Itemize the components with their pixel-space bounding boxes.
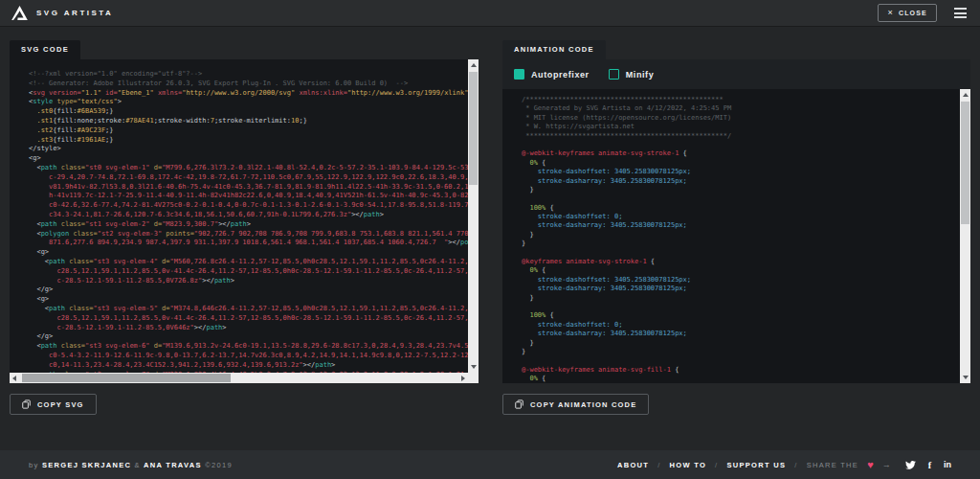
copy-svg-button[interactable]: COPY SVG <box>10 394 97 415</box>
tab-svg-code[interactable]: SVG CODE <box>10 40 80 59</box>
vertical-scrollbar[interactable] <box>468 59 479 373</box>
code-line: } <box>522 294 960 303</box>
share-the-label: SHARE THE <box>807 461 859 469</box>
code-line: <g> <box>29 295 468 305</box>
arrow-icon: → <box>882 460 891 469</box>
close-button[interactable]: × CLOSE <box>878 4 937 22</box>
copy-svg-label: COPY SVG <box>37 400 84 409</box>
code-line: } <box>522 240 960 248</box>
code-line: .st3{fill:#1961AE;} <box>29 136 468 146</box>
code-line: v81.9h41v-82.7l53.8,0.3l21.6-40.6h-75.4v… <box>29 183 468 193</box>
code-line: @-webkit-keyframes animate-svg-stroke-1 … <box>522 149 960 158</box>
code-line: * Generated by SVG Artista on 4/12/2022,… <box>522 104 960 113</box>
copy-animation-code-button[interactable]: COPY ANIMATION CODE <box>502 394 649 415</box>
code-line: 100% { <box>522 204 960 213</box>
code-line <box>522 141 960 149</box>
code-line <box>522 356 960 365</box>
autoprefixer-checkbox[interactable]: Autoprefixer <box>514 69 590 80</box>
code-line: <g> <box>29 154 468 164</box>
top-bar: SVG ARTISTA × CLOSE <box>0 0 980 27</box>
code-line: <style type="text/css"> <box>29 98 468 107</box>
code-line: <path class="st3 svg-elem-4" d="M560,726… <box>29 258 468 267</box>
twitter-icon[interactable] <box>905 461 916 469</box>
code-line <box>522 303 960 311</box>
code-line: </style> <box>29 145 468 154</box>
horizontal-scrollbar[interactable] <box>10 373 468 383</box>
code-line: c-28.5-12.1-59.1-11.2-85.5,0V646z"></pat… <box>29 324 468 333</box>
code-line: @keyframes animate-svg-stroke-1 { <box>522 258 960 266</box>
copy-icon <box>515 399 523 409</box>
link-divider: / <box>657 461 660 469</box>
code-line: .st0{fill:#6BA539;} <box>29 107 468 117</box>
author-link-2[interactable]: ANA TRAVAS <box>144 461 202 469</box>
svg-code-content[interactable]: <!--?xml version="1.0" encoding="utf-8"?… <box>10 59 468 373</box>
link-divider: / <box>794 461 797 469</box>
code-line: 0% { <box>522 266 960 275</box>
close-icon: × <box>887 9 893 17</box>
code-line: stroke-dashoffset: 0; <box>522 213 960 221</box>
code-line: <polygon class="st2 svg-elem-3" points="… <box>29 230 468 240</box>
scroll-down-arrow-icon[interactable] <box>963 376 969 379</box>
credits: by SERGEJ SKRJANEC & ANA TRAVAS ©2019 <box>29 461 233 469</box>
authors-separator: & <box>135 461 141 469</box>
minify-label: Minify <box>626 70 655 80</box>
animation-code-content[interactable]: /***************************************… <box>502 89 960 383</box>
scroll-up-arrow-icon[interactable] <box>471 63 477 67</box>
code-line: * W. https://svgartista.net <box>522 123 960 131</box>
code-line: c34.3-24.1,81.7-26.6,120.7-6.3c34.6,18,5… <box>29 211 468 220</box>
checkbox-icon <box>514 69 524 80</box>
scroll-right-arrow-icon[interactable] <box>461 376 465 381</box>
logo[interactable]: SVG ARTISTA <box>11 6 113 20</box>
link-divider: / <box>715 461 718 469</box>
svg-artista-logo-icon <box>11 6 28 20</box>
scroll-down-arrow-icon[interactable] <box>471 365 477 369</box>
tab-animation-code[interactable]: ANIMATION CODE <box>502 40 606 59</box>
heart-icon: ♥ <box>867 459 874 470</box>
code-line: stroke-dashoffset: 0; <box>522 321 960 330</box>
code-line: </g> <box>29 332 468 342</box>
author-link-1[interactable]: SERGEJ SKRJANEC <box>42 461 131 469</box>
code-line: stroke-dasharray: 3405.25830078125px; <box>522 285 960 293</box>
code-line: 0% { <box>522 159 960 168</box>
linkedin-icon[interactable]: in <box>944 460 951 469</box>
autoprefixer-label: Autoprefixer <box>531 70 590 80</box>
code-line: 871.6,277.6 894.9,234.9 987.4,397.9 931.… <box>29 239 468 248</box>
code-line: <svg version="1.1" id="Ebene_1" xmlns="h… <box>29 89 468 99</box>
code-line: .st2{fill:#A9C23F;} <box>29 126 468 136</box>
copy-animation-code-label: COPY ANIMATION CODE <box>530 400 636 409</box>
code-line: c28.5,12.1,59.1,11.2,85.5,0v-41.4c-26.4,… <box>29 314 468 324</box>
checkbox-icon <box>609 69 619 80</box>
minify-checkbox[interactable]: Minify <box>609 69 655 80</box>
scrollbar-thumb[interactable] <box>22 374 231 382</box>
code-line: <g> <box>29 248 468 258</box>
code-line: c0-42.6,32.6-77.4,74.2-81.4V275c0-0.2-0.… <box>29 201 468 211</box>
code-line: 0% { <box>522 375 960 383</box>
code-line: c28.5,12.1,59.1,11.2,85.5,0v-41.4c-26.4,… <box>29 267 468 277</box>
scrollbar-corner <box>468 373 479 383</box>
code-line: h-41v119.7c-12.1-7-25.9-11.4-40.9-11.4h-… <box>29 192 468 201</box>
code-line: <path class="st3 svg-elem-6" d="M139.6,9… <box>29 342 468 352</box>
code-line: stroke-dashoffset: 3405.25830078125px; <box>522 168 960 176</box>
facebook-icon[interactable]: f <box>928 460 931 470</box>
code-line: c-28.5-12.1-59.1-11.2-85.5,0V726.8z"></p… <box>29 277 468 286</box>
code-line: } <box>522 339 960 348</box>
scroll-left-arrow-icon[interactable] <box>12 376 16 381</box>
code-line: } <box>522 231 960 240</box>
scrollbar-thumb[interactable] <box>961 102 969 224</box>
copy-icon <box>22 399 31 409</box>
code-line: } <box>522 186 960 194</box>
vertical-scrollbar[interactable] <box>960 89 970 383</box>
footer-link-support-us[interactable]: SUPPORT US <box>726 461 786 469</box>
footer-link-about[interactable]: ABOUT <box>617 461 649 469</box>
footer-link-how-to[interactable]: HOW TO <box>670 461 707 469</box>
animation-code-editor[interactable]: /***************************************… <box>502 89 970 383</box>
code-line <box>522 194 960 203</box>
code-line: .st1{fill:none;stroke:#78AE41;stroke-wid… <box>29 117 468 126</box>
menu-icon[interactable] <box>952 6 969 20</box>
code-line: /***************************************… <box>522 96 960 104</box>
svg-code-editor[interactable]: <!--?xml version="1.0" encoding="utf-8"?… <box>10 59 479 383</box>
code-line: ****************************************… <box>522 132 960 141</box>
scroll-up-arrow-icon[interactable] <box>963 93 969 97</box>
scrollbar-thumb[interactable] <box>469 72 478 185</box>
code-line: @-webkit-keyframes animate-svg-fill-1 { <box>522 366 960 375</box>
